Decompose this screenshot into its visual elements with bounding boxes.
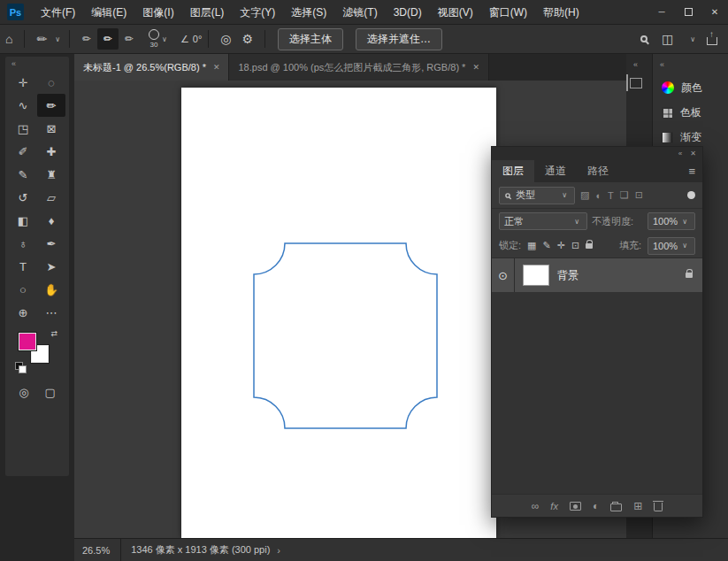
panel-menu-icon[interactable]: ≡ bbox=[688, 160, 702, 182]
menu-layer[interactable]: 图层(L) bbox=[182, 0, 233, 25]
tab-paths[interactable]: 路径 bbox=[577, 160, 619, 182]
brush-angle-control[interactable]: ∠ 0° bbox=[180, 34, 202, 45]
menu-help[interactable]: 帮助(H) bbox=[535, 0, 587, 25]
zoom-tool[interactable]: ⊕ bbox=[9, 301, 37, 324]
hand-tool[interactable]: ✋ bbox=[37, 278, 65, 301]
crop-tool[interactable]: ◳ bbox=[9, 117, 37, 140]
ellipse-tool[interactable]: ○ bbox=[9, 278, 37, 301]
delete-layer-icon[interactable] bbox=[654, 503, 663, 511]
layer-row-background[interactable]: ⊙ 背景 bbox=[492, 258, 702, 292]
layer-filter-toggle[interactable] bbox=[687, 191, 695, 199]
dodge-tool[interactable]: ♁ bbox=[9, 232, 37, 255]
brush-tool[interactable]: ✎ bbox=[9, 163, 37, 186]
menu-view[interactable]: 视图(V) bbox=[430, 0, 481, 25]
tab-close-icon[interactable]: ✕ bbox=[213, 63, 220, 72]
collapse-tools-icon[interactable]: « bbox=[11, 59, 16, 68]
edit-toolbar-button[interactable]: ⋯ bbox=[37, 301, 65, 324]
minimize-button[interactable]: ─ bbox=[648, 0, 675, 25]
home-icon[interactable]: ⌂ bbox=[0, 33, 18, 45]
select-and-mask-button[interactable]: 选择并遮住… bbox=[356, 28, 442, 50]
tab-channels[interactable]: 通道 bbox=[534, 160, 577, 182]
quick-mask-icon[interactable]: ◎ bbox=[19, 386, 28, 399]
panel-collapse-icon[interactable]: « bbox=[678, 150, 682, 158]
collapsed-panel-icon[interactable] bbox=[626, 74, 628, 91]
filter-shape-layers-icon[interactable]: ❏ bbox=[619, 189, 630, 201]
screen-mode-icon[interactable]: ▢ bbox=[45, 386, 56, 399]
frame-tool[interactable]: ⊠ bbox=[37, 117, 65, 140]
link-layers-icon[interactable]: ∞ bbox=[532, 500, 540, 512]
menu-type[interactable]: 文字(Y) bbox=[232, 0, 283, 25]
new-layer-icon[interactable]: ⊞ bbox=[633, 500, 642, 512]
tab-close-icon[interactable]: ✕ bbox=[472, 63, 479, 72]
menu-filter[interactable]: 滤镜(T) bbox=[334, 0, 385, 25]
collapse-dock-icon[interactable]: « bbox=[660, 60, 664, 69]
type-tool[interactable]: T bbox=[9, 255, 37, 278]
add-layer-mask-icon[interactable] bbox=[570, 502, 581, 511]
select-subject-button[interactable]: 选择主体 bbox=[278, 28, 343, 50]
zoom-level-field[interactable]: 26.5% bbox=[74, 545, 120, 556]
elliptical-marquee-tool[interactable]: ◌ bbox=[37, 71, 65, 94]
collapse-dock-icon[interactable]: « bbox=[633, 60, 638, 69]
lock-position-icon[interactable]: ✛ bbox=[557, 240, 565, 251]
brush-settings-gear-icon[interactable]: ⚙ bbox=[237, 33, 259, 45]
menu-edit[interactable]: 编辑(E) bbox=[83, 0, 134, 25]
fill-dropdown[interactable]: 100% ∨ bbox=[648, 237, 695, 255]
eyedropper-tool[interactable]: ✐ bbox=[9, 140, 37, 163]
maximize-button[interactable] bbox=[675, 0, 701, 25]
menu-image[interactable]: 图像(I) bbox=[134, 0, 181, 25]
lasso-tool[interactable]: ∿ bbox=[9, 94, 37, 117]
filter-smart-object-icon[interactable]: ⊡ bbox=[634, 189, 644, 201]
pen-pressure-icon[interactable]: ◎ bbox=[215, 33, 236, 45]
chevron-down-icon[interactable]: ∨ bbox=[162, 35, 167, 43]
add-selection-mode-button[interactable]: ✏ bbox=[97, 28, 119, 50]
filter-adjustment-layers-icon[interactable]: ◐ bbox=[594, 190, 602, 201]
lock-transparent-pixels-icon[interactable]: ▦ bbox=[527, 240, 536, 251]
layer-thumbnail[interactable] bbox=[523, 265, 549, 286]
new-group-icon[interactable] bbox=[610, 503, 622, 511]
blur-tool[interactable]: ♦ bbox=[37, 209, 65, 232]
lock-artboard-icon[interactable]: ⊡ bbox=[571, 240, 579, 251]
menu-3d[interactable]: 3D(D) bbox=[386, 0, 430, 25]
chevron-down-icon[interactable]: ∨ bbox=[55, 35, 60, 43]
visibility-eye-icon[interactable]: ⊙ bbox=[492, 258, 515, 292]
tab-layers[interactable]: 图层 bbox=[492, 160, 534, 182]
filter-type-layers-icon[interactable]: T bbox=[607, 190, 615, 201]
search-icon[interactable] bbox=[640, 35, 648, 42]
menu-select[interactable]: 选择(S) bbox=[283, 0, 334, 25]
gradient-tool[interactable]: ◧ bbox=[9, 209, 37, 232]
menu-file[interactable]: 文件(F) bbox=[33, 0, 83, 25]
foreground-color-swatch[interactable] bbox=[19, 333, 36, 350]
document-canvas[interactable] bbox=[181, 88, 496, 538]
close-button[interactable]: ✕ bbox=[701, 0, 728, 25]
lock-image-pixels-icon[interactable]: ✎ bbox=[542, 240, 550, 251]
filter-pixel-layers-icon[interactable]: ▨ bbox=[579, 189, 590, 201]
pen-tool[interactable]: ✒ bbox=[37, 232, 65, 255]
eraser-tool[interactable]: ▱ bbox=[37, 186, 65, 209]
brush-size-picker[interactable]: 30 bbox=[149, 29, 159, 49]
panel-close-icon[interactable]: ✕ bbox=[690, 150, 696, 158]
swap-colors-icon[interactable]: ⇄ bbox=[50, 329, 57, 338]
adjustment-layer-icon[interactable]: ◐ bbox=[593, 500, 599, 512]
lock-all-icon[interactable] bbox=[586, 243, 593, 249]
tool-preset-icon[interactable]: ✏ bbox=[31, 33, 52, 45]
subtract-selection-mode-button[interactable]: ✏ bbox=[119, 28, 140, 50]
blend-mode-dropdown[interactable]: 正常 ∨ bbox=[499, 212, 587, 230]
opacity-dropdown[interactable]: 100% ∨ bbox=[648, 212, 695, 230]
panel-swatches[interactable]: 色板 bbox=[653, 100, 728, 125]
workspace-switcher-icon[interactable]: ◫ bbox=[656, 33, 678, 45]
history-brush-tool[interactable]: ↺ bbox=[9, 186, 37, 209]
layer-filter-dropdown[interactable]: 类型 ∨ bbox=[499, 187, 575, 204]
path-selection-tool[interactable]: ➤ bbox=[37, 255, 65, 278]
quick-selection-tool[interactable]: ✏ bbox=[37, 94, 65, 117]
clone-stamp-tool[interactable]: ♜ bbox=[37, 163, 65, 186]
share-icon[interactable] bbox=[707, 37, 717, 45]
move-tool[interactable]: ✛ bbox=[9, 71, 37, 94]
layer-style-fx-icon[interactable]: fx bbox=[550, 501, 558, 511]
document-tab-1[interactable]: 未标题-1 @ 26.5%(RGB/8) * ✕ bbox=[74, 54, 229, 81]
panel-color[interactable]: 颜色 bbox=[653, 75, 728, 100]
status-expand-icon[interactable]: › bbox=[277, 545, 280, 556]
menu-window[interactable]: 窗口(W) bbox=[481, 0, 535, 25]
new-selection-mode-button[interactable]: ✏ bbox=[76, 28, 97, 50]
spot-healing-tool[interactable]: ✚ bbox=[37, 140, 65, 163]
document-tab-2[interactable]: 18.psd @ 100% (ps怎么把图片截成三角形, RGB/8) * ✕ bbox=[229, 54, 488, 81]
